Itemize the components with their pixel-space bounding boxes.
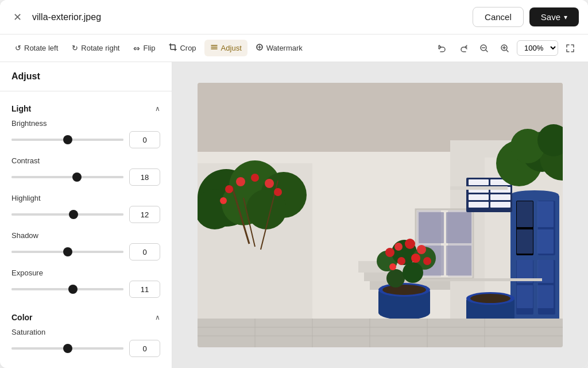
rotate-left-icon: ↺ — [15, 44, 21, 52]
toolbar-right: 25% 50% 75% 100% 150% 200% — [434, 40, 579, 57]
main-content: Adjust Light ∧ Brightness — [0, 62, 588, 368]
svg-rect-100 — [450, 186, 508, 190]
saturation-input[interactable] — [129, 340, 160, 357]
saturation-slider[interactable] — [11, 347, 123, 350]
highlight-slider[interactable] — [11, 213, 123, 216]
svg-rect-47 — [469, 194, 489, 200]
toolbar-rotate-right[interactable]: ↻ Rotate right — [66, 40, 125, 56]
zoom-select[interactable]: 25% 50% 75% 100% 150% 200% — [517, 40, 558, 56]
zoom-out-button[interactable] — [475, 40, 493, 57]
title-right: Cancel Save ▾ — [473, 7, 579, 27]
brightness-controls — [11, 131, 160, 148]
svg-point-64 — [385, 248, 394, 257]
svg-point-90 — [274, 188, 282, 196]
exposure-input[interactable] — [129, 281, 160, 298]
app-window: ✕ villa-exterior.jpeg Cancel Save ▾ ↺ Ro… — [0, 0, 588, 368]
saturation-row: Saturation — [11, 328, 160, 357]
close-button[interactable]: ✕ — [9, 9, 25, 25]
toolbar-crop[interactable]: Crop — [163, 40, 202, 56]
title-bar: ✕ villa-exterior.jpeg Cancel Save ▾ — [0, 0, 588, 34]
rotate-right-icon: ↻ — [72, 44, 78, 52]
svg-point-82 — [246, 189, 287, 229]
color-chevron-icon: ∧ — [155, 313, 160, 321]
contrast-row: Contrast — [11, 156, 160, 186]
svg-rect-48 — [490, 194, 510, 200]
toolbar-rotate-left[interactable]: ↺ Rotate left — [9, 40, 64, 56]
section-color-label: Color — [11, 313, 33, 322]
file-name: villa-exterior.jpeg — [32, 12, 101, 22]
left-panel: Adjust Light ∧ Brightness — [0, 62, 172, 368]
crop-icon — [169, 43, 177, 53]
highlight-controls — [11, 206, 160, 223]
shadow-row: Shadow — [11, 231, 160, 260]
toolbar-left: ↺ Rotate left ↻ Rotate right ⇔ Flip Crop — [9, 40, 308, 56]
villa-image — [198, 83, 563, 347]
highlight-input[interactable] — [129, 206, 160, 223]
svg-rect-49 — [469, 202, 489, 208]
shadow-input[interactable] — [129, 243, 160, 260]
highlight-label: Highlight — [11, 194, 160, 202]
toolbar-adjust[interactable]: Adjust — [204, 40, 247, 56]
section-color-header[interactable]: Color ∧ — [11, 306, 160, 328]
exposure-controls — [11, 281, 160, 298]
watermark-icon — [256, 43, 264, 53]
light-chevron-icon: ∧ — [155, 105, 160, 113]
svg-point-68 — [397, 257, 405, 265]
cancel-button[interactable]: Cancel — [473, 7, 524, 27]
undo-button[interactable] — [434, 40, 451, 57]
highlight-row: Highlight — [11, 194, 160, 223]
svg-point-87 — [236, 177, 245, 186]
svg-line-10 — [506, 50, 508, 52]
svg-point-86 — [225, 185, 233, 193]
save-button[interactable]: Save ▾ — [529, 7, 579, 26]
contrast-input[interactable] — [129, 168, 160, 186]
svg-rect-43 — [469, 179, 489, 185]
svg-rect-32 — [537, 285, 554, 308]
flip-icon: ⇔ — [133, 44, 140, 53]
fullscreen-button[interactable] — [562, 40, 579, 57]
svg-point-70 — [389, 263, 396, 270]
svg-rect-30 — [517, 285, 533, 308]
svg-rect-50 — [490, 202, 510, 208]
brightness-row: Brightness — [11, 119, 160, 148]
save-chevron-icon: ▾ — [564, 13, 567, 21]
svg-point-66 — [405, 239, 415, 249]
brightness-label: Brightness — [11, 119, 160, 128]
title-left: ✕ villa-exterior.jpeg — [9, 9, 101, 25]
exposure-track — [11, 288, 123, 290]
shadow-slider[interactable] — [11, 251, 123, 253]
redo-button[interactable] — [455, 40, 472, 57]
svg-point-54 — [382, 285, 426, 295]
panel-title: Adjust — [11, 71, 40, 81]
toolbar-watermark[interactable]: Watermark — [250, 40, 308, 56]
shadow-controls — [11, 243, 160, 260]
svg-point-71 — [423, 257, 431, 265]
panel-body: Light ∧ Brightness Cont — [0, 91, 172, 368]
svg-point-67 — [417, 245, 426, 254]
contrast-label: Contrast — [11, 156, 160, 165]
section-light-header[interactable]: Light ∧ — [11, 97, 160, 119]
contrast-slider[interactable] — [11, 176, 123, 178]
contrast-controls — [11, 168, 160, 186]
svg-line-6 — [486, 50, 488, 52]
svg-rect-27 — [537, 201, 554, 227]
contrast-track — [11, 176, 123, 178]
exposure-slider[interactable] — [11, 288, 123, 290]
saturation-label: Saturation — [11, 328, 160, 336]
svg-point-58 — [470, 294, 510, 303]
zoom-in-button[interactable] — [496, 40, 513, 57]
highlight-track — [11, 213, 123, 216]
svg-point-65 — [394, 243, 403, 251]
svg-point-62 — [386, 269, 405, 288]
svg-point-91 — [220, 197, 227, 204]
svg-rect-26 — [517, 229, 533, 254]
svg-rect-92 — [198, 319, 563, 347]
brightness-input[interactable] — [129, 131, 160, 148]
image-area — [172, 62, 588, 368]
svg-rect-28 — [537, 229, 554, 254]
svg-point-63 — [403, 262, 423, 283]
brightness-slider[interactable] — [11, 139, 123, 141]
toolbar-flip[interactable]: ⇔ Flip — [127, 40, 161, 56]
shadow-label: Shadow — [11, 231, 160, 240]
svg-rect-25 — [517, 201, 533, 227]
